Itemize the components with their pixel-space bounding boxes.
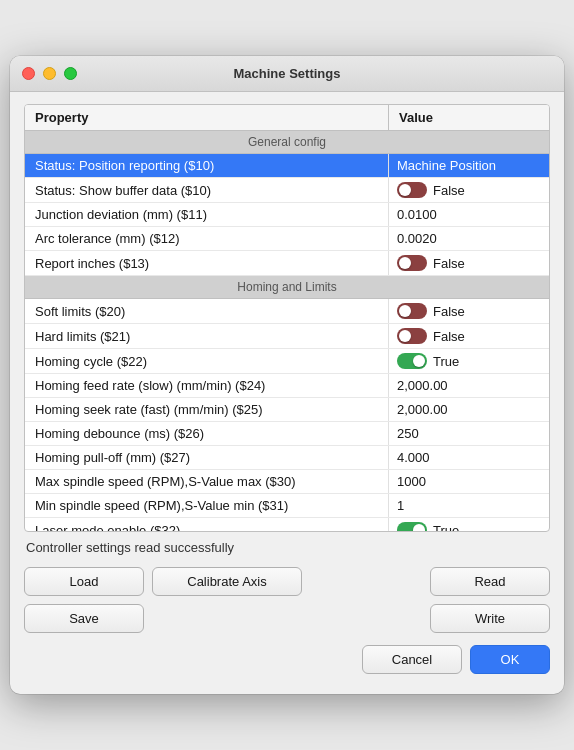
settings-table: Property Value General config Status: Po… [24, 104, 550, 532]
prop-hard-limits: Hard limits ($21) [25, 324, 389, 348]
section-general-config: General config [25, 131, 549, 154]
row-homing-debounce[interactable]: Homing debounce (ms) ($26) 250 [25, 422, 549, 446]
val-max-spindle: 1000 [389, 470, 549, 493]
val-homing-debounce: 250 [389, 422, 549, 445]
cancel-button[interactable]: Cancel [362, 645, 462, 674]
toggle-laser[interactable] [397, 522, 427, 531]
row-hard-limits[interactable]: Hard limits ($21) False [25, 324, 549, 349]
val-soft-limits: False [389, 299, 549, 323]
row-homing-feed[interactable]: Homing feed rate (slow) (mm/min) ($24) 2… [25, 374, 549, 398]
val-buffer: False [389, 178, 549, 202]
table-header: Property Value [25, 105, 549, 131]
row-buffer[interactable]: Status: Show buffer data ($10) False [25, 178, 549, 203]
row-arc[interactable]: Arc tolerance (mm) ($12) 0.0020 [25, 227, 549, 251]
titlebar: Machine Settings [10, 56, 564, 92]
write-button[interactable]: Write [430, 604, 550, 633]
row-junction[interactable]: Junction deviation (mm) ($11) 0.0100 [25, 203, 549, 227]
prop-homing-cycle: Homing cycle ($22) [25, 349, 389, 373]
toggle-buffer[interactable] [397, 182, 427, 198]
row-homing-pulloff[interactable]: Homing pull-off (mm) ($27) 4.000 [25, 446, 549, 470]
val-status-position: Machine Position [389, 154, 549, 177]
ok-button[interactable]: OK [470, 645, 550, 674]
val-homing-cycle: True [389, 349, 549, 373]
row-min-spindle[interactable]: Min spindle speed (RPM),S-Value min ($31… [25, 494, 549, 518]
text-hard-limits: False [433, 329, 465, 344]
val-inches: False [389, 251, 549, 275]
prop-arc: Arc tolerance (mm) ($12) [25, 227, 389, 250]
prop-buffer: Status: Show buffer data ($10) [25, 178, 389, 202]
prop-homing-seek: Homing seek rate (fast) (mm/min) ($25) [25, 398, 389, 421]
row-soft-limits[interactable]: Soft limits ($20) False [25, 299, 549, 324]
minimize-button[interactable] [43, 67, 56, 80]
read-button[interactable]: Read [430, 567, 550, 596]
window-title: Machine Settings [234, 66, 341, 81]
toggle-hard-limits[interactable] [397, 328, 427, 344]
toggle-inches[interactable] [397, 255, 427, 271]
row-laser[interactable]: Laser mode enable ($32) True [25, 518, 549, 531]
button-row-3: Cancel OK [24, 641, 550, 674]
row-max-spindle[interactable]: Max spindle speed (RPM),S-Value max ($30… [25, 470, 549, 494]
row-inches[interactable]: Report inches ($13) False [25, 251, 549, 276]
val-min-spindle: 1 [389, 494, 549, 517]
row-homing-cycle[interactable]: Homing cycle ($22) True [25, 349, 549, 374]
val-laser: True [389, 518, 549, 531]
window-controls [22, 67, 77, 80]
prop-inches: Report inches ($13) [25, 251, 389, 275]
val-homing-feed: 2,000.00 [389, 374, 549, 397]
text-buffer: False [433, 183, 465, 198]
header-property: Property [25, 105, 389, 130]
section-homing-limits: Homing and Limits [25, 276, 549, 299]
machine-settings-window: Machine Settings Property Value General … [10, 56, 564, 694]
load-button[interactable]: Load [24, 567, 144, 596]
val-homing-pulloff: 4.000 [389, 446, 549, 469]
spacer-2 [152, 604, 422, 633]
prop-min-spindle: Min spindle speed (RPM),S-Value min ($31… [25, 494, 389, 517]
save-button[interactable]: Save [24, 604, 144, 633]
prop-homing-debounce: Homing debounce (ms) ($26) [25, 422, 389, 445]
text-soft-limits: False [433, 304, 465, 319]
prop-status-position: Status: Position reporting ($10) [25, 154, 389, 177]
close-button[interactable] [22, 67, 35, 80]
text-laser: True [433, 523, 459, 532]
status-text: Controller settings read successfully [24, 532, 550, 563]
button-row-2: Save Write [24, 604, 550, 633]
prop-soft-limits: Soft limits ($20) [25, 299, 389, 323]
prop-laser: Laser mode enable ($32) [25, 518, 389, 531]
calibrate-button[interactable]: Calibrate Axis [152, 567, 302, 596]
toggle-soft-limits[interactable] [397, 303, 427, 319]
spacer-1 [310, 567, 422, 596]
toggle-homing-cycle[interactable] [397, 353, 427, 369]
button-row-1: Load Calibrate Axis Read [24, 567, 550, 596]
val-arc: 0.0020 [389, 227, 549, 250]
prop-max-spindle: Max spindle speed (RPM),S-Value max ($30… [25, 470, 389, 493]
header-value: Value [389, 105, 549, 130]
row-status-position[interactable]: Status: Position reporting ($10) Machine… [25, 154, 549, 178]
maximize-button[interactable] [64, 67, 77, 80]
content-area: Property Value General config Status: Po… [10, 92, 564, 694]
text-inches: False [433, 256, 465, 271]
bottom-buttons: Load Calibrate Axis Read Save Write Canc… [24, 563, 550, 682]
prop-junction: Junction deviation (mm) ($11) [25, 203, 389, 226]
val-hard-limits: False [389, 324, 549, 348]
val-junction: 0.0100 [389, 203, 549, 226]
prop-homing-pulloff: Homing pull-off (mm) ($27) [25, 446, 389, 469]
val-homing-seek: 2,000.00 [389, 398, 549, 421]
prop-homing-feed: Homing feed rate (slow) (mm/min) ($24) [25, 374, 389, 397]
table-body[interactable]: General config Status: Position reportin… [25, 131, 549, 531]
row-homing-seek[interactable]: Homing seek rate (fast) (mm/min) ($25) 2… [25, 398, 549, 422]
text-homing-cycle: True [433, 354, 459, 369]
